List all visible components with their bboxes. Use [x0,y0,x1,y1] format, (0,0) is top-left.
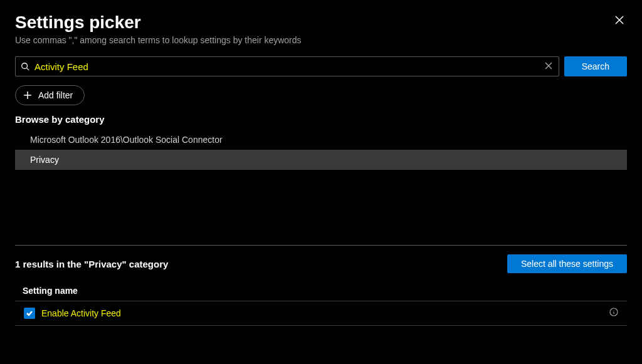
clear-search-button[interactable] [544,60,554,73]
close-icon [614,15,624,25]
plus-icon [23,91,32,100]
clear-icon [545,62,552,70]
browse-by-category-label: Browse by category [15,114,627,125]
search-button[interactable]: Search [564,56,627,76]
page-title: Settings picker [15,13,302,33]
results-count-text: 1 results in the "Privacy" category [15,259,168,269]
page-subtitle: Use commas "," among search terms to loo… [15,35,302,45]
category-list: Microsoft Outlook 2016\Outlook Social Co… [15,130,627,170]
add-filter-label: Add filter [38,90,73,100]
search-icon [21,62,29,71]
category-item-privacy[interactable]: Privacy [15,150,627,170]
info-button[interactable] [609,308,618,319]
search-box[interactable] [15,56,559,76]
setting-name-column-header: Setting name [15,281,627,301]
add-filter-button[interactable]: Add filter [15,85,85,105]
svg-point-0 [22,63,28,69]
divider [15,245,627,246]
check-icon [26,309,33,317]
search-input[interactable] [29,61,544,72]
category-item-outlook-social-connector[interactable]: Microsoft Outlook 2016\Outlook Social Co… [15,130,627,150]
setting-checkbox[interactable] [24,308,35,319]
setting-row[interactable]: Enable Activity Feed [15,301,627,326]
info-icon [609,308,618,316]
setting-label: Enable Activity Feed [41,308,609,318]
close-button[interactable] [612,13,627,30]
select-all-button[interactable]: Select all these settings [507,254,627,273]
